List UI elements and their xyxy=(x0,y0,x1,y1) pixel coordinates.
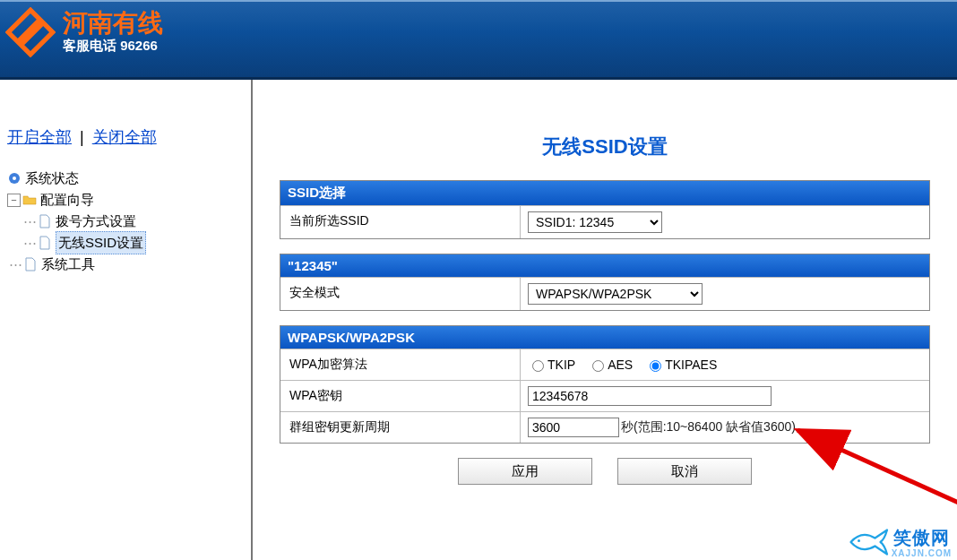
label-rekey-period: 群组密钥更新周期 xyxy=(280,412,521,443)
collapse-toggle-icon[interactable]: − xyxy=(7,194,21,207)
svg-point-3 xyxy=(13,177,16,180)
rekey-period-hint: 秒(范围:10~86400 缺省值3600) xyxy=(621,419,796,435)
expand-all-link[interactable]: 开启全部 xyxy=(7,128,72,146)
panel-ssid-select: SSID选择 当前所选SSID SSID1: 12345 xyxy=(280,180,930,239)
rekey-period-input[interactable] xyxy=(528,418,619,437)
svg-point-5 xyxy=(858,539,860,542)
radio-tkipaes[interactable]: TKIPAES xyxy=(645,358,717,372)
separator: | xyxy=(76,128,88,146)
tree-item-tools[interactable]: ⋯ 系统工具 xyxy=(7,254,244,275)
page-icon xyxy=(23,257,38,271)
panel-security: "12345" 安全模式 WPAPSK/WPA2PSK xyxy=(280,254,930,311)
tree-label: 拨号方式设置 xyxy=(56,211,136,232)
ssid-select[interactable]: SSID1: 12345 xyxy=(528,211,662,233)
nav-tree: 系统状态 − 配置向导 ⋯ 拨号方式设置 ⋯ 无线SSID设置 xyxy=(7,168,244,275)
tree-item-status[interactable]: 系统状态 xyxy=(7,168,244,189)
cancel-button[interactable]: 取消 xyxy=(617,458,752,485)
apply-button[interactable]: 应用 xyxy=(458,458,592,485)
radio-tkip[interactable]: TKIP xyxy=(528,358,575,372)
label-security-mode: 安全模式 xyxy=(280,278,521,310)
panel-header: WPAPSK/WPA2PSK xyxy=(280,326,929,349)
tree-label: 无线SSID设置 xyxy=(56,231,146,254)
folder-open-icon xyxy=(22,193,37,207)
tree-item-ssid[interactable]: ⋯ 无线SSID设置 xyxy=(7,232,244,254)
main-content: 无线SSID设置 SSID选择 当前所选SSID SSID1: 12345 "1… xyxy=(253,80,957,560)
radio-aes[interactable]: AES xyxy=(588,358,633,372)
page-title: 无线SSID设置 xyxy=(280,134,930,160)
tree-label: 系统状态 xyxy=(25,168,79,189)
gear-icon xyxy=(7,171,22,185)
page-icon xyxy=(38,214,52,228)
panel-header: SSID选择 xyxy=(280,181,929,205)
panel-header: "12345" xyxy=(280,254,929,277)
label-wpa-key: WPA密钥 xyxy=(280,381,521,411)
brand-title: 河南有线 xyxy=(63,11,163,36)
brand-logo: 河南有线 客服电话 96266 xyxy=(5,7,163,57)
watermark: 笑傲网 XAJJN.COM xyxy=(847,526,952,558)
app-header: 河南有线 客服电话 96266 xyxy=(0,0,957,80)
tree-label: 配置向导 xyxy=(40,189,94,211)
tree-controls: 开启全部 | 关闭全部 xyxy=(7,126,244,148)
collapse-all-link[interactable]: 关闭全部 xyxy=(92,128,157,146)
label-current-ssid: 当前所选SSID xyxy=(280,206,521,238)
watermark-text: 笑傲网 xyxy=(893,526,950,550)
panel-wpa: WPAPSK/WPA2PSK WPA加密算法 TKIP AES TKIPAES … xyxy=(280,325,930,444)
label-wpa-algo: WPA加密算法 xyxy=(280,349,521,380)
brand-hotline: 客服电话 96266 xyxy=(63,38,163,55)
security-mode-select[interactable]: WPAPSK/WPA2PSK xyxy=(528,283,703,305)
sidebar: 开启全部 | 关闭全部 系统状态 − 配置向导 ⋯ 拨号方式设置 xyxy=(0,80,253,560)
brand-icon xyxy=(5,7,56,57)
watermark-url: XAJJN.COM xyxy=(892,548,952,558)
tree-item-dial[interactable]: ⋯ 拨号方式设置 xyxy=(7,211,244,232)
page-icon xyxy=(38,236,52,250)
fish-icon xyxy=(847,526,890,558)
tree-item-wizard[interactable]: − 配置向导 xyxy=(7,189,244,211)
wpa-key-input[interactable] xyxy=(528,386,772,406)
tree-label: 系统工具 xyxy=(41,254,95,275)
button-row: 应用 取消 xyxy=(280,458,930,485)
